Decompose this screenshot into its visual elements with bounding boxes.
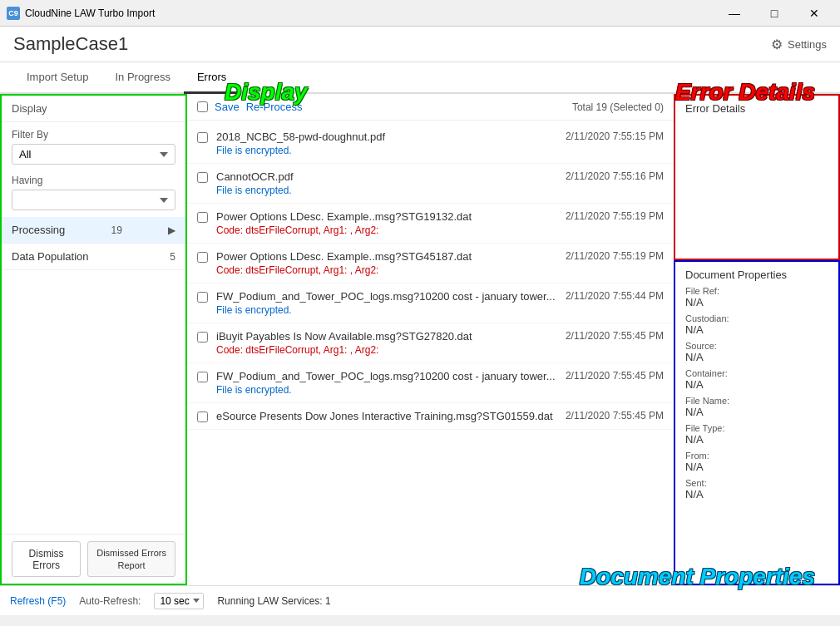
list-actions: Save Re-Process	[197, 101, 303, 113]
list-item-checkbox[interactable]	[197, 292, 208, 303]
doc-prop-label: From:	[685, 451, 828, 461]
list-item-detail: Code: dtsErFileCorrupt, Arg1: , Arg2:	[216, 264, 559, 276]
running-services: Running LAW Services: 1	[217, 595, 330, 607]
list-item-content: eSource Presents Dow Jones Interactive T…	[216, 410, 559, 422]
list-item-checkbox[interactable]	[197, 332, 208, 343]
tab-in-progress[interactable]: In Progress	[101, 62, 183, 94]
doc-prop-item: File Ref: N/A	[685, 286, 828, 308]
auto-refresh-select[interactable]: 5 sec 10 sec 30 sec 1 min	[154, 593, 204, 609]
list-item-date: 2/11/2020 7:55:45 PM	[566, 370, 664, 382]
list-item-detail: File is encrypted.	[216, 304, 559, 316]
doc-prop-item: File Name: N/A	[685, 396, 828, 418]
doc-prop-label: Sent:	[685, 478, 828, 488]
list-item-content: 2018_NCBC_58-pwd-doughnut.pdf File is en…	[216, 131, 559, 156]
minimize-button[interactable]: —	[715, 0, 754, 27]
sidebar-header: Display	[2, 96, 185, 122]
title-bar-left: C9 CloudNine LAW Turbo Import	[7, 7, 155, 20]
case-name: SampleCase1	[13, 33, 128, 55]
doc-prop-item: Container: N/A	[685, 368, 828, 391]
error-details-title: Error Details	[685, 102, 828, 115]
list-item-detail: Code: dtsErFileCorrupt, Arg1: , Arg2:	[216, 344, 559, 356]
close-button[interactable]: ✕	[795, 0, 833, 27]
list-item[interactable]: 2018_NCBC_58-pwd-doughnut.pdf File is en…	[187, 124, 674, 164]
list-item[interactable]: iBuyit Payables Is Now Available.msg?STG…	[187, 323, 674, 363]
list-item[interactable]: eSource Presents Dow Jones Interactive T…	[187, 403, 674, 430]
sidebar: Display Filter By All Encrypted Corrupt …	[0, 94, 187, 585]
list-header: Save Re-Process Total 19 (Selected 0)	[187, 94, 674, 121]
chevron-right-icon: ▶	[168, 224, 175, 236]
dismiss-errors-button[interactable]: Dismiss Errors	[12, 541, 81, 577]
list-item-detail: File is encrypted.	[216, 384, 559, 396]
app-icon: C9	[7, 7, 20, 20]
tab-errors[interactable]: Errors	[184, 62, 240, 94]
list-item-content: CannotOCR.pdf File is encrypted.	[216, 170, 559, 196]
filter-by-select[interactable]: All Encrypted Corrupt	[12, 144, 175, 165]
doc-props-title: Document Properties	[685, 269, 828, 281]
right-panel: Error Details Document Properties File R…	[674, 94, 840, 585]
doc-prop-item: Custodian: N/A	[685, 313, 828, 336]
list-item[interactable]: FW_Podium_and_Tower_POC_logs.msg?10200 c…	[187, 283, 674, 323]
having-section: Having	[2, 171, 185, 217]
refresh-button[interactable]: Refresh (F5)	[10, 595, 66, 607]
doc-prop-value: N/A	[685, 351, 828, 363]
list-item-checkbox[interactable]	[197, 252, 208, 263]
list-item-date: 2/11/2020 7:55:16 PM	[566, 170, 664, 182]
list-item[interactable]: CannotOCR.pdf File is encrypted. 2/11/20…	[187, 164, 674, 204]
title-bar-controls: — □ ✕	[715, 0, 833, 27]
list-item-date: 2/11/2020 7:55:19 PM	[566, 210, 664, 222]
filter-section: Filter By All Encrypted Corrupt	[2, 122, 185, 171]
list-item-checkbox[interactable]	[197, 372, 208, 382]
list-item[interactable]: Power Options LDesc. Example..msg?STG191…	[187, 204, 674, 244]
settings-label: Settings	[788, 38, 827, 51]
dismissed-errors-report-button[interactable]: Dismissed Errors Report	[87, 541, 175, 577]
document-properties-panel: Document Properties File Ref: N/A Custod…	[674, 260, 840, 585]
select-all-checkbox[interactable]	[197, 101, 208, 112]
category-list: Processing 19 ▶ Data Population 5	[2, 217, 185, 534]
having-select[interactable]	[12, 190, 175, 210]
list-item-name: FW_Podium_and_Tower_POC_logs.msg?10200 c…	[216, 290, 559, 303]
reprocess-button[interactable]: Re-Process	[246, 101, 303, 113]
list-item-checkbox[interactable]	[197, 132, 208, 143]
maximize-button[interactable]: □	[755, 0, 793, 27]
gear-icon: ⚙	[771, 37, 783, 52]
list-item[interactable]: Power Options LDesc. Example..msg?STG451…	[187, 244, 674, 283]
doc-prop-label: File Ref:	[685, 286, 828, 296]
category-item-data-population[interactable]: Data Population 5	[2, 244, 185, 270]
list-item-name: CannotOCR.pdf	[216, 170, 559, 183]
save-button[interactable]: Save	[215, 101, 240, 113]
sidebar-footer: Dismiss Errors Dismissed Errors Report	[2, 534, 185, 584]
doc-prop-value: N/A	[685, 488, 828, 500]
list-item-checkbox[interactable]	[197, 412, 208, 422]
list-item-date: 2/11/2020 7:55:44 PM	[566, 290, 664, 302]
doc-prop-label: Custodian:	[685, 313, 828, 323]
list-item-date: 2/11/2020 7:55:19 PM	[566, 250, 664, 262]
settings-button[interactable]: ⚙ Settings	[771, 37, 827, 52]
list-item-name: iBuyit Payables Is Now Available.msg?STG…	[216, 330, 559, 343]
doc-prop-value: N/A	[685, 433, 828, 446]
doc-props-fields: File Ref: N/A Custodian: N/A Source: N/A…	[685, 286, 828, 500]
list-item-checkbox[interactable]	[197, 172, 208, 183]
list-item[interactable]: FW_Podium_and_Tower_POC_logs.msg?10200 c…	[187, 363, 674, 403]
list-item-date: 2/11/2020 7:55:45 PM	[566, 330, 664, 342]
list-item-checkbox[interactable]	[197, 212, 208, 223]
having-label: Having	[12, 175, 175, 186]
error-details-panel: Error Details	[674, 94, 840, 260]
list-item-content: Power Options LDesc. Example..msg?STG191…	[216, 210, 559, 236]
doc-prop-item: From: N/A	[685, 451, 828, 473]
list-item-name: 2018_NCBC_58-pwd-doughnut.pdf	[216, 131, 559, 143]
list-total: Total 19 (Selected 0)	[572, 101, 664, 113]
auto-refresh-label: Auto-Refresh:	[79, 595, 141, 607]
list-item-content: FW_Podium_and_Tower_POC_logs.msg?10200 c…	[216, 290, 559, 316]
tabs-bar: Import Setup In Progress Errors	[0, 62, 840, 94]
list-item-content: iBuyit Payables Is Now Available.msg?STG…	[216, 330, 559, 356]
doc-prop-value: N/A	[685, 296, 828, 308]
list-items: 2018_NCBC_58-pwd-doughnut.pdf File is en…	[187, 121, 674, 585]
status-bar: Refresh (F5) Auto-Refresh: 5 sec 10 sec …	[0, 585, 840, 615]
category-item-processing[interactable]: Processing 19 ▶	[2, 217, 185, 244]
tab-import-setup[interactable]: Import Setup	[13, 62, 101, 94]
doc-prop-value: N/A	[685, 461, 828, 473]
filter-by-label: Filter By	[12, 129, 175, 140]
doc-prop-label: Container:	[685, 368, 828, 378]
list-item-name: Power Options LDesc. Example..msg?STG451…	[216, 250, 559, 263]
title-bar: C9 CloudNine LAW Turbo Import — □ ✕	[0, 0, 840, 27]
